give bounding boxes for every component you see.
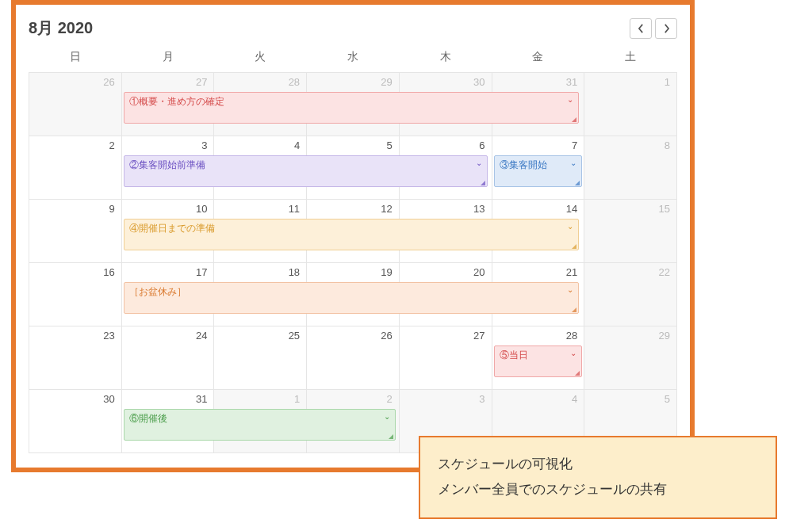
calendar-day-cell[interactable]: 24 — [121, 326, 214, 390]
calendar-day-cell[interactable]: 30 — [29, 390, 122, 453]
weekday-header: 日 — [29, 44, 122, 73]
calendar-week: 910④開催日までの準備⌄1112131415 — [29, 200, 677, 263]
chevron-left-icon — [638, 24, 645, 33]
annotation-callout: スケジュールの可視化 メンバー全員でのスケジュールの共有 — [419, 436, 777, 519]
day-number: 28 — [566, 330, 577, 342]
day-number: 28 — [289, 76, 300, 88]
day-number: 5 — [665, 393, 670, 405]
calendar-day-cell[interactable]: 1 — [584, 73, 677, 136]
calendar-day-cell[interactable]: 17［お盆休み］⌄ — [121, 263, 214, 326]
weekday-header: 土 — [584, 44, 677, 73]
resize-handle-icon[interactable] — [575, 371, 580, 376]
day-number: 10 — [196, 203, 207, 215]
day-number: 27 — [196, 76, 207, 88]
calendar-grid: 日 月 火 水 木 金 土 2627①概要・進め方の確定⌄28293031123… — [29, 44, 677, 453]
calendar-event[interactable]: ［お盆休み］⌄ — [124, 282, 580, 314]
calendar-day-cell[interactable]: 3②集客開始前準備⌄ — [121, 136, 214, 200]
calendar-day-cell[interactable]: 16 — [29, 263, 122, 326]
calendar-day-cell[interactable]: 9 — [29, 200, 122, 263]
event-label: ［お盆休み］ — [129, 286, 186, 297]
day-number: 12 — [381, 203, 392, 215]
chevron-down-icon[interactable]: ⌄ — [567, 95, 573, 104]
day-number: 4 — [572, 393, 577, 405]
prev-button[interactable] — [630, 18, 652, 39]
calendar-event[interactable]: ⑤当日⌄ — [494, 345, 583, 377]
calendar-day-cell[interactable]: 25 — [214, 326, 307, 390]
calendar-frame: 8月 2020 日 月 火 水 木 金 土 2627①概要・進め方の確定⌄282… — [11, 0, 695, 472]
day-number: 3 — [201, 139, 207, 151]
resize-handle-icon[interactable] — [575, 181, 580, 185]
event-label: ①概要・進め方の確定 — [129, 96, 224, 107]
weekday-header: 木 — [399, 44, 492, 73]
day-number: 17 — [196, 266, 207, 278]
calendar-day-cell[interactable]: 31⑥開催後⌄ — [121, 390, 214, 453]
callout-line: メンバー全員でのスケジュールの共有 — [438, 477, 758, 502]
resize-handle-icon[interactable] — [389, 434, 393, 439]
calendar-event[interactable]: ②集客開始前準備⌄ — [124, 155, 488, 187]
next-button[interactable] — [655, 18, 677, 39]
calendar-day-cell[interactable]: 22 — [584, 263, 677, 326]
calendar-day-cell[interactable]: 27①概要・進め方の確定⌄ — [121, 73, 214, 136]
calendar-header: 8月 2020 — [29, 17, 677, 39]
calendar-event[interactable]: ④開催日までの準備⌄ — [124, 219, 580, 250]
calendar-event[interactable]: ③集客開始⌄ — [494, 155, 583, 187]
day-number: 8 — [665, 139, 670, 151]
event-label: ④開催日までの準備 — [129, 223, 215, 234]
calendar-day-cell[interactable]: 26 — [29, 73, 122, 136]
chevron-down-icon[interactable]: ⌄ — [384, 412, 390, 421]
calendar-day-cell[interactable]: 23 — [29, 326, 122, 390]
day-number: 14 — [566, 203, 577, 215]
calendar-day-cell[interactable]: 10④開催日までの準備⌄ — [121, 200, 214, 263]
resize-handle-icon[interactable] — [572, 117, 576, 122]
calendar-day-cell[interactable]: 15 — [584, 200, 677, 263]
calendar-day-cell[interactable]: 2 — [29, 136, 122, 200]
calendar-day-cell[interactable]: 7③集客開始⌄ — [492, 136, 584, 200]
calendar-event[interactable]: ⑥開催後⌄ — [124, 409, 396, 441]
event-label: ⑥開催後 — [129, 413, 167, 424]
day-number: 30 — [103, 393, 114, 405]
chevron-down-icon[interactable]: ⌄ — [567, 222, 573, 231]
chevron-down-icon[interactable]: ⌄ — [567, 285, 573, 294]
day-number: 16 — [103, 266, 114, 278]
calendar-event[interactable]: ①概要・進め方の確定⌄ — [124, 92, 580, 124]
event-label: ③集客開始 — [500, 159, 547, 170]
resize-handle-icon[interactable] — [572, 307, 576, 312]
calendar-day-cell[interactable]: 27 — [399, 326, 492, 390]
resize-handle-icon[interactable] — [481, 181, 485, 185]
day-number: 29 — [381, 76, 392, 88]
day-number: 23 — [103, 330, 114, 342]
day-number: 1 — [294, 393, 300, 405]
resize-handle-icon[interactable] — [572, 244, 576, 249]
calendar-day-cell[interactable]: 8 — [584, 136, 677, 200]
calendar-nav — [630, 18, 677, 39]
day-number: 15 — [659, 203, 670, 215]
day-number: 11 — [289, 203, 300, 215]
day-number: 19 — [381, 266, 392, 278]
chevron-down-icon[interactable]: ⌄ — [476, 158, 482, 167]
chevron-down-icon[interactable]: ⌄ — [570, 158, 576, 167]
weekday-header: 金 — [492, 44, 584, 73]
day-number: 31 — [196, 393, 207, 405]
day-number: 24 — [196, 330, 207, 342]
day-number: 2 — [387, 393, 393, 405]
day-number: 26 — [381, 330, 392, 342]
day-number: 22 — [659, 266, 670, 278]
weekday-row: 日 月 火 水 木 金 土 — [29, 44, 677, 73]
day-number: 29 — [659, 330, 670, 342]
weekday-header: 月 — [121, 44, 214, 73]
calendar-day-cell[interactable]: 29 — [584, 326, 677, 390]
day-number: 25 — [289, 330, 300, 342]
calendar-day-cell[interactable]: 26 — [307, 326, 400, 390]
day-number: 21 — [566, 266, 577, 278]
chevron-down-icon[interactable]: ⌄ — [570, 349, 576, 357]
day-number: 31 — [566, 76, 577, 88]
day-number: 6 — [479, 139, 485, 151]
day-number: 30 — [473, 76, 485, 88]
day-number: 20 — [473, 266, 485, 278]
day-number: 3 — [479, 393, 485, 405]
calendar-day-cell[interactable]: 28⑤当日⌄ — [492, 326, 584, 390]
day-number: 9 — [109, 203, 114, 215]
calendar-week: 232425262728⑤当日⌄29 — [29, 326, 677, 390]
chevron-right-icon — [663, 24, 670, 33]
day-number: 7 — [572, 139, 577, 151]
